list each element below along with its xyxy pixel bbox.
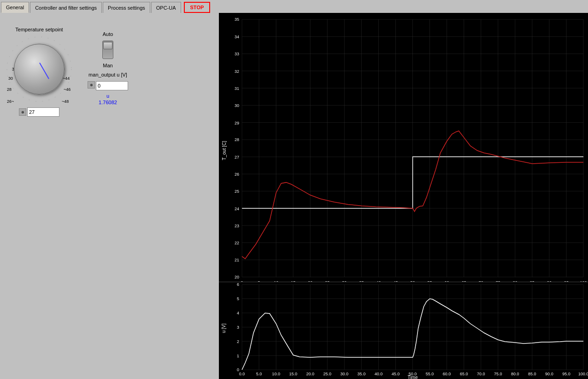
svg-text:5.0: 5.0 xyxy=(256,372,262,376)
svg-text:21: 21 xyxy=(235,258,239,262)
svg-text:26: 26 xyxy=(235,172,239,177)
svg-text:55.0: 55.0 xyxy=(426,372,434,376)
svg-text:u [V]: u [V] xyxy=(221,324,226,333)
auto-man-section: Auto Man man_output u [V] ⊕ u 1.76082 xyxy=(88,31,128,105)
svg-rect-94 xyxy=(219,282,588,379)
svg-text:55: 55 xyxy=(428,280,432,282)
svg-text:60: 60 xyxy=(445,280,449,282)
tab-general[interactable]: General xyxy=(1,2,29,13)
svg-text:29: 29 xyxy=(235,121,239,125)
svg-text:24: 24 xyxy=(235,207,239,211)
svg-text:70.0: 70.0 xyxy=(477,372,485,376)
svg-text:1: 1 xyxy=(237,354,239,358)
svg-text:100: 100 xyxy=(580,280,587,282)
svg-rect-17 xyxy=(219,15,588,282)
svg-text:30: 30 xyxy=(235,103,239,108)
svg-text:30: 30 xyxy=(342,280,347,282)
svg-text:45: 45 xyxy=(393,280,398,282)
svg-text:85.0: 85.0 xyxy=(528,372,536,376)
svg-text:95: 95 xyxy=(564,280,569,282)
man-output-input[interactable] xyxy=(96,81,128,90)
svg-text:10.0: 10.0 xyxy=(272,372,280,376)
svg-text:Time: Time xyxy=(408,375,418,379)
svg-text:26~: 26~ xyxy=(7,99,14,104)
knob-section: Temperature setpoint 20 22 24 26~ 28 30 … xyxy=(5,27,214,117)
svg-text:5: 5 xyxy=(258,280,260,282)
tab-controller[interactable]: Controller and filter settings xyxy=(30,2,102,13)
stop-button[interactable]: STOP xyxy=(184,2,211,13)
svg-text:15.0: 15.0 xyxy=(289,372,297,376)
svg-text:65: 65 xyxy=(462,280,466,282)
svg-text:28: 28 xyxy=(7,87,12,92)
svg-text:6: 6 xyxy=(237,282,239,287)
knob-container: Temperature setpoint 20 22 24 26~ 28 30 … xyxy=(5,27,74,117)
svg-text:90.0: 90.0 xyxy=(545,372,553,376)
tab-bar: General Controller and filter settings P… xyxy=(0,0,588,13)
svg-text:35.0: 35.0 xyxy=(358,372,366,376)
svg-text:75.0: 75.0 xyxy=(494,372,502,376)
chart-top: 35 34 33 32 31 30 29 28 27 26 25 24 23 2… xyxy=(219,13,588,282)
svg-text:23: 23 xyxy=(235,224,239,228)
v-grid xyxy=(242,19,583,277)
left-panel: Temperature setpoint 20 22 24 26~ 28 30 … xyxy=(0,13,219,379)
svg-text:32: 32 xyxy=(235,69,239,74)
toggle-knob xyxy=(103,42,112,49)
bottom-chart-svg: 0 1 2 3 4 5 6 0.0 5.0 10.0 15.0 20.0 25.… xyxy=(219,282,588,379)
svg-text:~46: ~46 xyxy=(64,87,71,92)
svg-text:31: 31 xyxy=(235,86,239,90)
svg-text:40: 40 xyxy=(376,280,381,282)
svg-text:40.0: 40.0 xyxy=(375,372,383,376)
tab-process-settings[interactable]: Process settings xyxy=(103,2,150,13)
svg-text:65.0: 65.0 xyxy=(460,372,468,376)
svg-text:25.0: 25.0 xyxy=(323,372,332,376)
svg-text:~48: ~48 xyxy=(62,99,69,104)
tab-opc-ua[interactable]: OPC-UA xyxy=(151,2,181,13)
svg-text:5: 5 xyxy=(237,296,239,301)
svg-text:80: 80 xyxy=(513,280,517,282)
svg-text:90: 90 xyxy=(547,280,552,282)
svg-text:T_out [C]: T_out [C] xyxy=(222,141,227,160)
toggle-switch[interactable] xyxy=(102,41,113,59)
svg-text:28: 28 xyxy=(235,137,239,142)
svg-text:27: 27 xyxy=(235,155,239,160)
svg-text:~44: ~44 xyxy=(63,76,70,81)
top-chart-svg: 35 34 33 32 31 30 29 28 27 26 25 24 23 2… xyxy=(219,15,588,282)
svg-text:25: 25 xyxy=(325,280,329,282)
svg-text:85: 85 xyxy=(530,280,535,282)
svg-text:30: 30 xyxy=(8,76,13,81)
svg-text:0: 0 xyxy=(241,280,243,282)
svg-text:34: 34 xyxy=(235,35,239,39)
svg-text:2: 2 xyxy=(237,339,239,344)
knob-value-input[interactable] xyxy=(27,107,59,117)
svg-text:80.0: 80.0 xyxy=(511,372,519,376)
svg-text:50: 50 xyxy=(411,280,415,282)
svg-text:4: 4 xyxy=(237,311,239,315)
auto-label: Auto xyxy=(103,31,113,37)
svg-text:0.0: 0.0 xyxy=(239,372,245,376)
knob-wrapper[interactable]: 20 22 24 26~ 28 30 32 34 36 38 40 42 xyxy=(5,35,74,104)
svg-text:95.0: 95.0 xyxy=(562,372,570,376)
svg-text:70: 70 xyxy=(479,280,483,282)
svg-text:22: 22 xyxy=(235,241,239,245)
svg-text:10: 10 xyxy=(274,280,278,282)
svg-text:100.0: 100.0 xyxy=(578,372,588,376)
svg-text:20.0: 20.0 xyxy=(306,372,314,376)
knob-icon: ⊕ xyxy=(19,108,26,116)
u-value: 1.76082 xyxy=(99,100,117,105)
svg-text:35: 35 xyxy=(359,280,364,282)
svg-text:75: 75 xyxy=(496,280,500,282)
svg-text:35: 35 xyxy=(235,17,239,22)
man-label: Man xyxy=(103,63,112,68)
knob-indicator xyxy=(39,63,49,79)
man-output-label: man_output u [V] xyxy=(88,72,127,77)
main-layout: Temperature setpoint 20 22 24 26~ 28 30 … xyxy=(0,13,588,379)
chart-bottom: 0 1 2 3 4 5 6 0.0 5.0 10.0 15.0 20.0 25.… xyxy=(219,282,588,379)
right-panel: 35 34 33 32 31 30 29 28 27 26 25 24 23 2… xyxy=(219,13,588,379)
svg-text:60.0: 60.0 xyxy=(443,372,451,376)
svg-text:45.0: 45.0 xyxy=(392,372,400,376)
knob-body[interactable] xyxy=(14,44,65,95)
svg-text:15: 15 xyxy=(291,280,295,282)
knob-value-box: ⊕ xyxy=(19,107,59,117)
svg-text:20: 20 xyxy=(308,280,312,282)
u-label: u xyxy=(106,93,109,99)
